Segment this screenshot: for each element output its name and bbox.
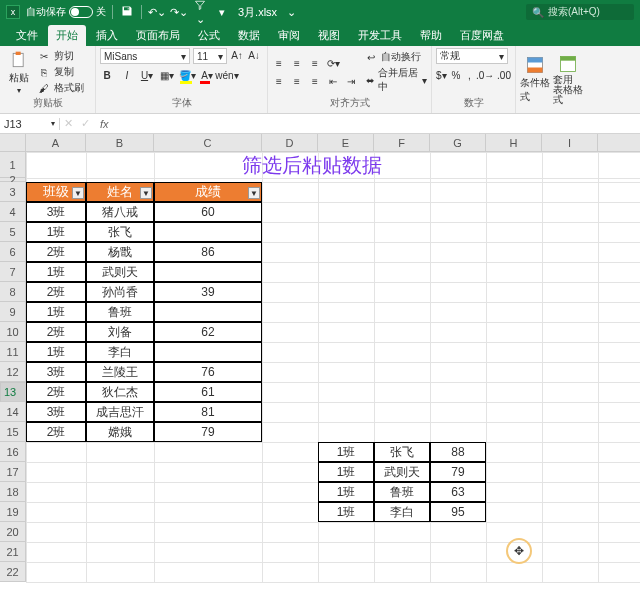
font-name-select[interactable]: MiSans▾ bbox=[100, 48, 190, 64]
main-data-cell[interactable]: 2班 bbox=[26, 242, 86, 262]
main-data-cell[interactable]: 76 bbox=[154, 362, 262, 382]
row-header-19[interactable]: 19 bbox=[0, 502, 26, 522]
main-data-cell[interactable]: 1班 bbox=[26, 262, 86, 282]
wrap-text-button[interactable]: ↩自动换行 bbox=[364, 50, 427, 64]
main-data-cell[interactable]: 杨戬 bbox=[86, 242, 154, 262]
phonetic-icon[interactable]: wén▾ bbox=[220, 68, 234, 82]
align-center-icon[interactable]: ≡ bbox=[290, 74, 304, 88]
tab-插入[interactable]: 插入 bbox=[88, 25, 126, 46]
underline-icon[interactable]: U▾ bbox=[140, 68, 154, 82]
col-header-A[interactable]: A bbox=[26, 134, 86, 151]
align-bottom-icon[interactable]: ≡ bbox=[308, 56, 322, 70]
row-header-15[interactable]: 15 bbox=[0, 422, 26, 442]
currency-icon[interactable]: $▾ bbox=[436, 68, 447, 82]
main-data-cell[interactable]: 成吉思汗 bbox=[86, 402, 154, 422]
main-data-cell[interactable] bbox=[154, 262, 262, 282]
main-data-cell[interactable]: 1班 bbox=[26, 302, 86, 322]
row-header-14[interactable]: 14 bbox=[0, 402, 26, 422]
align-right-icon[interactable]: ≡ bbox=[308, 74, 322, 88]
autosave-toggle[interactable]: 自动保存 关 bbox=[26, 5, 106, 19]
side-data-cell[interactable]: 鲁班 bbox=[374, 482, 430, 502]
decrease-decimal-icon[interactable]: .00 bbox=[497, 68, 511, 82]
orientation-icon[interactable]: ⟳▾ bbox=[326, 56, 340, 70]
main-data-cell[interactable] bbox=[154, 302, 262, 322]
filename-dropdown-icon[interactable]: ⌄ bbox=[283, 6, 299, 19]
tab-百度网盘[interactable]: 百度网盘 bbox=[452, 25, 512, 46]
main-data-cell[interactable]: 猪八戒 bbox=[86, 202, 154, 222]
indent-decrease-icon[interactable]: ⇤ bbox=[326, 74, 340, 88]
main-header-cell[interactable]: 成绩▼ bbox=[154, 182, 262, 202]
col-header-C[interactable]: C bbox=[154, 134, 262, 151]
row-header-4[interactable]: 4 bbox=[0, 202, 26, 222]
main-data-cell[interactable]: 2班 bbox=[26, 422, 86, 442]
filter-dropdown-icon[interactable]: ▼ bbox=[140, 187, 152, 199]
number-format-select[interactable]: 常规▾ bbox=[436, 48, 508, 64]
side-data-cell[interactable]: 1班 bbox=[318, 442, 374, 462]
row-header-9[interactable]: 9 bbox=[0, 302, 26, 322]
filter-qat-icon[interactable]: ⌄ bbox=[192, 0, 208, 26]
main-data-cell[interactable]: 李白 bbox=[86, 342, 154, 362]
paste-button[interactable]: 粘贴 ▾ bbox=[4, 50, 34, 95]
side-data-cell[interactable]: 1班 bbox=[318, 502, 374, 522]
main-data-cell[interactable]: 39 bbox=[154, 282, 262, 302]
name-box[interactable]: J13 ▾ bbox=[0, 118, 60, 130]
toggle-switch-icon[interactable] bbox=[69, 6, 93, 18]
increase-font-icon[interactable]: A↑ bbox=[230, 48, 244, 62]
comma-icon[interactable]: , bbox=[465, 68, 473, 82]
tab-公式[interactable]: 公式 bbox=[190, 25, 228, 46]
side-data-cell[interactable]: 88 bbox=[430, 442, 486, 462]
search-input[interactable]: 🔍 搜索(Alt+Q) bbox=[526, 4, 634, 20]
side-data-cell[interactable]: 1班 bbox=[318, 482, 374, 502]
table-format-button[interactable]: 套用 表格格式 bbox=[553, 54, 583, 105]
row-header-16[interactable]: 16 bbox=[0, 442, 26, 462]
align-left-icon[interactable]: ≡ bbox=[272, 74, 286, 88]
border-icon[interactable]: ▦▾ bbox=[160, 68, 174, 82]
row-header-18[interactable]: 18 bbox=[0, 482, 26, 502]
increase-decimal-icon[interactable]: .0→ bbox=[478, 68, 492, 82]
row-header-11[interactable]: 11 bbox=[0, 342, 26, 362]
col-header-B[interactable]: B bbox=[86, 134, 154, 151]
percent-icon[interactable]: % bbox=[452, 68, 461, 82]
tab-帮助[interactable]: 帮助 bbox=[412, 25, 450, 46]
side-data-cell[interactable]: 1班 bbox=[318, 462, 374, 482]
save-icon[interactable] bbox=[119, 5, 135, 19]
main-data-cell[interactable]: 60 bbox=[154, 202, 262, 222]
col-header-E[interactable]: E bbox=[318, 134, 374, 151]
row-header-8[interactable]: 8 bbox=[0, 282, 26, 302]
filter-dropdown-icon[interactable]: ▼ bbox=[72, 187, 84, 199]
tab-审阅[interactable]: 审阅 bbox=[270, 25, 308, 46]
align-top-icon[interactable]: ≡ bbox=[272, 56, 286, 70]
redo-icon[interactable]: ↷⌄ bbox=[170, 6, 186, 19]
conditional-format-button[interactable]: 条件格式 bbox=[520, 55, 550, 104]
main-data-cell[interactable]: 武则天 bbox=[86, 262, 154, 282]
col-header-F[interactable]: F bbox=[374, 134, 430, 151]
main-data-cell[interactable]: 1班 bbox=[26, 222, 86, 242]
main-data-cell[interactable]: 3班 bbox=[26, 402, 86, 422]
main-data-cell[interactable]: 2班 bbox=[26, 282, 86, 302]
main-data-cell[interactable]: 狄仁杰 bbox=[86, 382, 154, 402]
side-data-cell[interactable]: 63 bbox=[430, 482, 486, 502]
row-header-20[interactable]: 20 bbox=[0, 522, 26, 542]
row-header-5[interactable]: 5 bbox=[0, 222, 26, 242]
main-data-cell[interactable]: 张飞 bbox=[86, 222, 154, 242]
col-header-D[interactable]: D bbox=[262, 134, 318, 151]
font-color-icon[interactable]: A▾ bbox=[200, 68, 214, 82]
tab-文件[interactable]: 文件 bbox=[8, 25, 46, 46]
main-data-cell[interactable]: 3班 bbox=[26, 362, 86, 382]
tab-开始[interactable]: 开始 bbox=[48, 25, 86, 46]
align-middle-icon[interactable]: ≡ bbox=[290, 56, 304, 70]
row-header-7[interactable]: 7 bbox=[0, 262, 26, 282]
filter-dropdown-icon[interactable]: ▼ bbox=[248, 187, 260, 199]
decrease-font-icon[interactable]: A↓ bbox=[247, 48, 261, 62]
select-all-corner[interactable] bbox=[0, 134, 26, 151]
merge-center-button[interactable]: ⬌合并后居中▾ bbox=[364, 66, 427, 94]
tab-数据[interactable]: 数据 bbox=[230, 25, 268, 46]
main-header-cell[interactable]: 班级▼ bbox=[26, 182, 86, 202]
undo-icon[interactable]: ↶⌄ bbox=[148, 6, 164, 19]
main-data-cell[interactable]: 鲁班 bbox=[86, 302, 154, 322]
main-header-cell[interactable]: 姓名▼ bbox=[86, 182, 154, 202]
row-header-17[interactable]: 17 bbox=[0, 462, 26, 482]
font-size-select[interactable]: 11▾ bbox=[193, 48, 227, 64]
spreadsheet-grid[interactable]: ABCDEFGHI 123456789101112131415161718192… bbox=[0, 134, 640, 582]
main-data-cell[interactable]: 62 bbox=[154, 322, 262, 342]
